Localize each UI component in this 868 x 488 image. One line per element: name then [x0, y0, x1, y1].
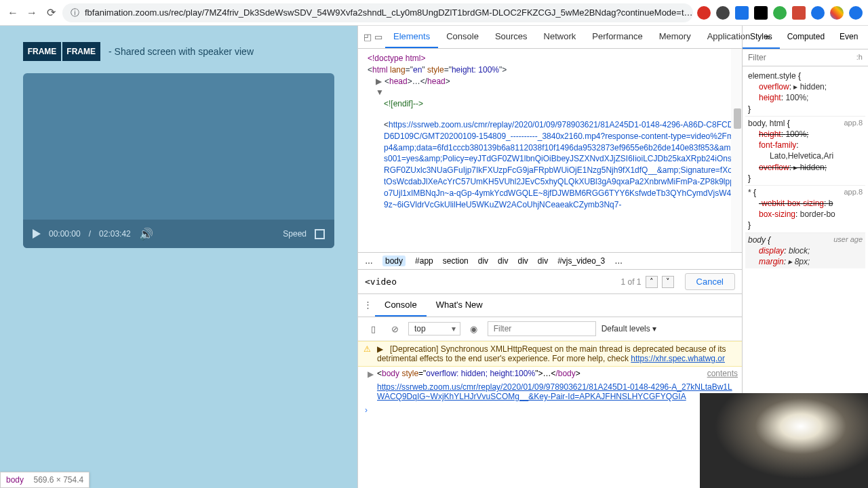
back-icon[interactable]: ← — [5, 5, 20, 20]
hov-button[interactable]: :h — [856, 53, 863, 62]
expand-icon[interactable]: ▶ — [376, 77, 384, 86]
time-total: 02:03:42 — [99, 229, 131, 239]
tab-memory[interactable]: Memory — [651, 26, 699, 48]
dom-tree[interactable]: <!doctype html> <html lang="en" style="h… — [358, 49, 742, 252]
url-bar[interactable]: ⓘ fbfanimation.zoom.us/rec/play/7MZ4friv… — [62, 3, 693, 22]
ext-icon-5[interactable] — [773, 6, 787, 20]
logo-part-1: FRAME — [23, 42, 61, 61]
ext-icon-2[interactable] — [716, 6, 730, 20]
inspect-tooltip: body 569.6 × 754.4 — [0, 472, 90, 488]
ext-icon-6[interactable] — [792, 6, 806, 20]
find-count: 1 of 1 — [621, 277, 642, 287]
ext-icon-3[interactable] — [735, 6, 749, 20]
tab-performance[interactable]: Performance — [584, 26, 650, 48]
tab-console[interactable]: Console — [438, 26, 487, 48]
tab-whatsnew[interactable]: What's New — [427, 294, 492, 317]
scrollbar[interactable] — [731, 49, 742, 252]
console-prompt[interactable]: › — [358, 403, 742, 417]
speed-button[interactable]: Speed — [283, 229, 307, 239]
time-current: 00:00:00 — [49, 229, 81, 239]
tab-styles[interactable]: Styles — [743, 26, 780, 49]
ext-icon-9[interactable] — [849, 6, 863, 20]
logo: FRAME FRAME — [23, 42, 100, 61]
page-subtitle: - Shared screen with speaker view — [108, 46, 254, 57]
log-levels[interactable]: Default levels ▾ — [601, 324, 656, 333]
volume-icon[interactable]: 🔊 — [139, 227, 153, 241]
site-info-icon[interactable]: ⓘ — [71, 7, 79, 19]
logo-part-2: FRAME — [62, 42, 100, 61]
drawer-menu-icon[interactable]: ⋮ — [362, 294, 375, 317]
find-bar: 1 of 1 ˄ ˅ Cancel — [358, 270, 742, 294]
console-log: ▶[Deprecation] Synchronous XMLHttpReques… — [358, 341, 742, 488]
video-player[interactable]: 00:00:00 / 02:03:42 🔊 Speed — [23, 73, 334, 248]
tab-events[interactable]: Even — [832, 26, 865, 49]
fullscreen-icon[interactable] — [315, 229, 325, 239]
webcam-overlay — [700, 393, 868, 488]
context-select[interactable]: top — [408, 322, 460, 336]
console-row: ▶<body style="overflow: hidden; height:1… — [358, 367, 742, 380]
tab-elements[interactable]: Elements — [385, 26, 438, 48]
find-next-icon[interactable]: ˅ — [662, 276, 674, 288]
tab-network[interactable]: Network — [536, 26, 585, 48]
dom-video-url[interactable]: https://ssrweb.zoom.us/cmr/replay/2020/0… — [384, 120, 738, 209]
breadcrumb[interactable]: … body #app section div div div div #vjs… — [358, 252, 742, 270]
page-content: FRAME FRAME - Shared screen with speaker… — [0, 26, 357, 488]
expand-icon[interactable]: ▶ — [377, 344, 383, 354]
styles-filter[interactable] — [748, 53, 816, 62]
console-warning: ▶[Deprecation] Synchronous XMLHttpReques… — [358, 341, 742, 367]
ext-icon-8[interactable] — [830, 6, 844, 20]
inspect-icon[interactable]: ◰ — [363, 29, 372, 45]
console-sidebar-icon[interactable]: ▯ — [365, 321, 381, 337]
forward-icon[interactable]: → — [24, 5, 39, 20]
find-prev-icon[interactable]: ˄ — [646, 276, 658, 288]
ext-icon-7[interactable] — [811, 6, 825, 20]
find-input[interactable] — [365, 277, 617, 287]
tab-console-drawer[interactable]: Console — [375, 294, 427, 317]
console-row: https://ssrweb.zoom.us/cmr/replay/2020/0… — [358, 380, 742, 403]
clear-console-icon[interactable]: ⊘ — [387, 321, 403, 337]
expand-icon[interactable]: ▼ — [376, 87, 387, 97]
url-text: fbfanimation.zoom.us/rec/play/7MZ4friv_D… — [85, 7, 693, 18]
tab-computed[interactable]: Computed — [780, 26, 832, 49]
play-icon[interactable] — [33, 229, 41, 239]
ext-icon-1[interactable] — [697, 6, 711, 20]
reload-icon[interactable]: ⟳ — [43, 5, 58, 20]
console-filter[interactable] — [488, 321, 596, 336]
device-icon[interactable]: ▭ — [374, 29, 382, 45]
expand-icon[interactable]: ▶ — [368, 369, 374, 379]
live-expr-icon[interactable]: ◉ — [466, 321, 482, 337]
find-cancel-button[interactable]: Cancel — [685, 273, 735, 290]
tab-sources[interactable]: Sources — [487, 26, 536, 48]
warn-link[interactable]: https://xhr.spec.whatwg.or — [631, 354, 725, 363]
ext-icon-4[interactable] — [754, 6, 768, 20]
